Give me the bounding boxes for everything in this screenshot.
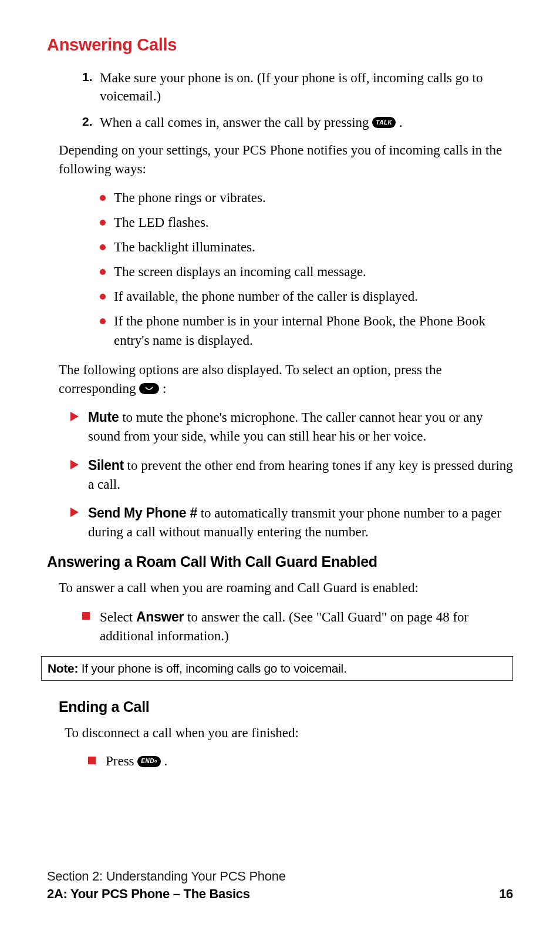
ending-step: Press ENDo .	[88, 752, 513, 771]
step-1: 1. Make sure your phone is on. (If your …	[82, 69, 513, 105]
options-intro-suffix: :	[163, 381, 166, 396]
step-text-suffix: .	[399, 115, 403, 130]
roam-step-bold: Answer	[136, 609, 184, 624]
roam-intro-paragraph: To answer a call when you are roaming an…	[59, 579, 513, 597]
step-text-prefix: When a call comes in, answer the call by…	[100, 115, 372, 130]
ending-step-prefix: Press	[106, 754, 137, 768]
roam-call-heading: Answering a Roam Call With Call Guard En…	[47, 553, 513, 570]
list-item: The backlight illuminates.	[100, 238, 513, 257]
note-label: Note:	[48, 661, 78, 675]
page-footer: Section 2: Understanding Your PCS Phone …	[47, 869, 513, 902]
footer-subsection-label: 2A: Your PCS Phone – The Basics	[47, 886, 250, 902]
roam-step-prefix: Select	[100, 610, 136, 624]
note-text: If your phone is off, incoming calls go …	[78, 661, 346, 675]
roam-step: Select Answer to answer the call. (See "…	[82, 607, 513, 646]
option-text: to prevent the other end from hearing to…	[88, 458, 513, 492]
end-key-icon: ENDo	[137, 756, 160, 767]
step-number: 1.	[82, 69, 93, 85]
list-item: If the phone number is in your internal …	[100, 312, 513, 350]
options-intro-paragraph: The following options are also displayed…	[59, 361, 513, 398]
footer-section-label: Section 2: Understanding Your PCS Phone	[47, 869, 513, 884]
roam-steps-list: Select Answer to answer the call. (See "…	[82, 607, 513, 646]
ending-steps-list: Press ENDo .	[88, 752, 513, 771]
ending-step-suffix: .	[164, 754, 167, 768]
option-label: Mute	[88, 409, 119, 425]
list-item: If available, the phone number of the ca…	[100, 287, 513, 306]
step-text: Make sure your phone is on. (If your pho…	[100, 70, 483, 103]
steps-list: 1. Make sure your phone is on. (If your …	[82, 69, 513, 132]
options-intro-prefix: The following options are also displayed…	[59, 362, 442, 396]
option-silent: Silent to prevent the other end from hea…	[70, 456, 513, 494]
list-item: The LED flashes.	[100, 213, 513, 232]
step-number: 2.	[82, 113, 93, 130]
notify-intro-paragraph: Depending on your settings, your PCS Pho…	[59, 141, 513, 179]
option-label: Send My Phone #	[88, 505, 197, 520]
option-send-my-phone: Send My Phone # to automatically transmi…	[70, 503, 513, 542]
option-label: Silent	[88, 458, 124, 473]
softkey-icon	[139, 383, 159, 394]
ending-call-heading: Ending a Call	[59, 698, 513, 715]
call-options-list: Mute to mute the phone's microphone. The…	[70, 408, 513, 542]
note-box: Note: If your phone is off, incoming cal…	[41, 656, 513, 681]
notification-ways-list: The phone rings or vibrates. The LED fla…	[100, 189, 513, 350]
page-number: 16	[499, 886, 513, 902]
list-item: The phone rings or vibrates.	[100, 189, 513, 207]
option-mute: Mute to mute the phone's microphone. The…	[70, 408, 513, 446]
option-text: to mute the phone's microphone. The call…	[88, 410, 483, 444]
ending-intro-paragraph: To disconnect a call when you are finish…	[65, 724, 513, 743]
talk-key-icon: TALK	[372, 117, 396, 128]
list-item: The screen displays an incoming call mes…	[100, 263, 513, 281]
step-2: 2. When a call comes in, answer the call…	[82, 113, 513, 132]
section-heading: Answering Calls	[47, 35, 513, 55]
